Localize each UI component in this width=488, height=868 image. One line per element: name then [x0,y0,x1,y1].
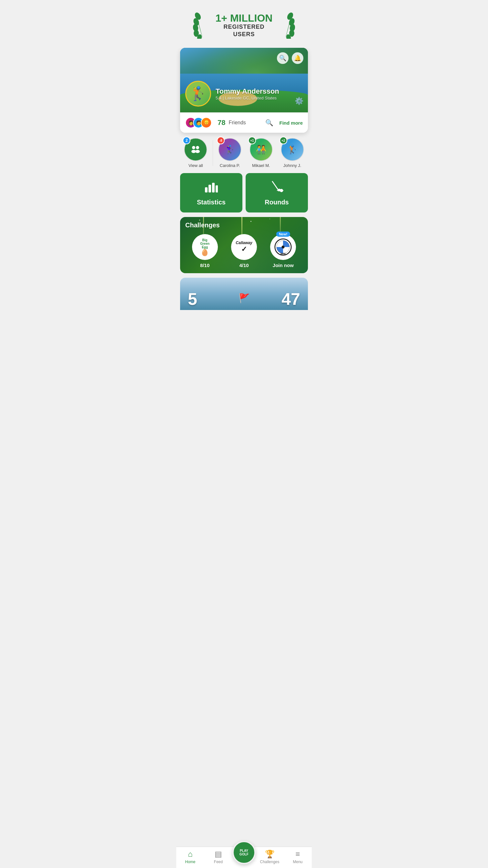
new-badge: New! [276,231,290,237]
statistics-icon [205,181,218,195]
svg-point-23 [282,246,285,249]
banner-text: 1+ MILLION REGISTEREDUSERS [216,13,273,38]
callaway-logo: Callaway ✓ [233,236,255,258]
home-icon: ⌂ [188,849,193,859]
mikael-name: Mikael M. [252,163,270,168]
preview-number-right: 47 [282,290,308,310]
banner-count: 1+ MILLION [216,13,273,23]
nav-menu[interactable]: ≡ Menu [284,849,312,864]
friend-mini-3: 👱 [201,117,212,128]
home-label: Home [185,860,195,864]
play-golf-button[interactable]: PLAYGOLF [232,841,256,864]
profile-meta: 5.4 | Lakeside GC, United States [216,96,279,100]
bottom-preview: 5 🚩 47 [180,278,308,310]
friends-row: 👩 🧑 👱 78 Friends 🔍 Find more [180,113,308,133]
laurel-right-icon [275,10,295,41]
johnny-name: Johnny J. [283,163,301,168]
view-all-label: View all [189,163,203,168]
svg-rect-17 [216,185,218,192]
svg-point-12 [191,150,196,153]
search-icon[interactable]: 🔍 [277,52,289,64]
bmw-join[interactable]: Join now [273,262,294,268]
challenges-card: Challenges Big Green Egg 🥚 8/10 [180,217,308,273]
bottom-nav: ⌂ Home ▤ Feed PLAYGOLF 🏆 Challenges ≡ Me… [176,847,312,868]
friend-item-view-all[interactable]: 2 View all [182,138,210,168]
rounds-icon [270,181,284,195]
preview-flag-icon: 🚩 [238,293,250,304]
preview-number-left: 5 [180,290,197,310]
challenge-bge[interactable]: Big Green Egg 🥚 8/10 [192,234,218,268]
challenge-callaway[interactable]: Callaway ✓ 4/10 [231,234,257,268]
friends-search-icon[interactable]: 🔍 [265,119,273,127]
bmw-logo-circle: New! BMW [270,234,296,260]
svg-text:BMW: BMW [281,252,286,255]
svg-rect-16 [212,183,215,192]
svg-line-18 [272,182,278,190]
friends-section: 2 View all 🏌️‍♀️ -8 Carolina P. [176,133,312,173]
bge-logo-circle: Big Green Egg 🥚 [192,234,218,260]
profile-avatar[interactable]: 🏌️ [185,81,211,106]
profile-card: 🔍 🔔 🏌️ Tommy Andersson 5.4 | Lakeside GC… [180,48,308,133]
challenges-nav-icon: 🏆 [265,849,275,859]
svg-point-11 [196,146,199,149]
nav-challenges[interactable]: 🏆 Challenges [256,849,284,864]
svg-rect-15 [208,185,211,192]
friends-count: 78 [218,119,225,127]
challenge-bmw[interactable]: New! BMW Join now [270,234,296,268]
bge-logo: Big Green Egg 🥚 [194,236,216,258]
rounds-button[interactable]: Rounds [246,173,308,213]
rounds-label: Rounds [265,198,289,206]
carolina-badge: -8 [217,136,225,144]
play-golf-label: PLAYGOLF [239,849,249,856]
banner: 1+ MILLION REGISTEREDUSERS [176,0,312,48]
friends-avatars: 👩 🧑 👱 [185,117,208,128]
challenges-logos: Big Green Egg 🥚 8/10 Callaway ✓ [180,229,308,273]
settings-icon[interactable]: ⚙️ [295,97,303,105]
challenges-nav-label: Challenges [260,860,279,864]
johnny-badge: +2 [280,136,287,144]
profile-hero: 🔍 🔔 🏌️ Tommy Andersson 5.4 | Lakeside GC… [180,48,308,113]
friend-item-johnny[interactable]: 🏌️ +2 Johnny J. [278,138,306,168]
nav-home[interactable]: ⌂ Home [176,849,204,864]
menu-label: Menu [293,860,302,864]
statistics-label: Statistics [197,198,226,206]
carolina-name: Carolina P. [220,163,240,168]
friend-item-mikael[interactable]: 🧑‍🤝‍🧑 +1 Mikael M. [247,138,275,168]
friends-label: Friends [228,120,262,126]
notification-icon[interactable]: 🔔 [292,52,303,64]
friends-grid: 2 View all 🏌️‍♀️ -8 Carolina P. [180,138,308,168]
profile-name: Tommy Andersson [216,87,279,96]
banner-subtitle: REGISTEREDUSERS [216,23,273,38]
bge-score: 8/10 [200,262,209,268]
laurel-left-icon [193,10,213,41]
feed-icon: ▤ [215,849,222,859]
svg-rect-14 [205,187,207,192]
nav-feed[interactable]: ▤ Feed [204,849,232,864]
svg-point-13 [195,150,200,153]
mikael-badge: +1 [248,136,256,144]
action-grid: Statistics Rounds [176,173,312,213]
challenges-title: Challenges [180,217,308,229]
menu-icon: ≡ [295,849,300,859]
find-more-button[interactable]: Find more [279,120,303,126]
feed-label: Feed [214,860,223,864]
svg-point-10 [192,146,195,149]
bmw-logo: BMW [272,236,294,258]
callaway-score: 4/10 [239,262,249,268]
statistics-button[interactable]: Statistics [180,173,242,213]
profile-info: 🏌️ Tommy Andersson 5.4 | Lakeside GC, Un… [185,81,279,106]
callaway-logo-circle: Callaway ✓ [231,234,257,260]
friend-item-carolina[interactable]: 🏌️‍♀️ -8 Carolina P. [216,138,244,168]
